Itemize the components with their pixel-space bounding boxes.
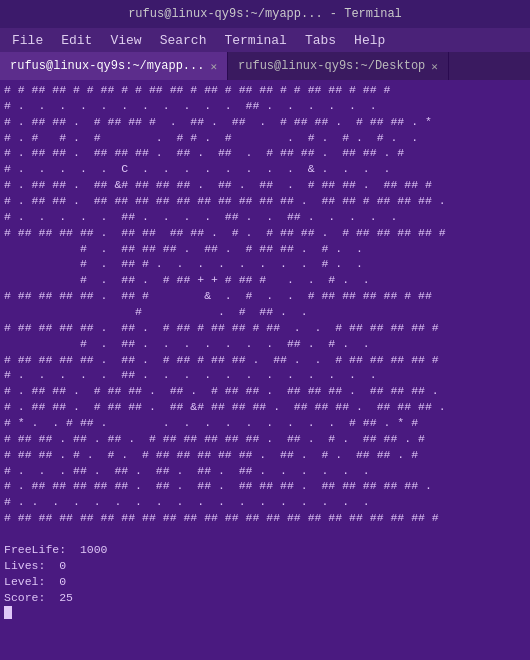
- menu-edit[interactable]: Edit: [53, 31, 100, 50]
- menu-view[interactable]: View: [102, 31, 149, 50]
- terminal-output: # # ## ## # # ## # # ## ## # ## # ## ## …: [0, 80, 530, 660]
- tab-bar: rufus@linux-qy9s:~/myapp... ✕ rufus@linu…: [0, 52, 530, 80]
- tab-1[interactable]: rufus@linux-qy9s:~/Desktop ✕: [228, 52, 449, 80]
- title-text: rufus@linux-qy9s:~/myapp... - Terminal: [128, 7, 402, 21]
- terminal-cursor: [4, 606, 12, 619]
- tab-1-label: rufus@linux-qy9s:~/Desktop: [238, 59, 425, 73]
- menu-search[interactable]: Search: [152, 31, 215, 50]
- menu-bar: File Edit View Search Terminal Tabs Help: [0, 28, 530, 52]
- title-bar: rufus@linux-qy9s:~/myapp... - Terminal: [0, 0, 530, 28]
- menu-tabs[interactable]: Tabs: [297, 31, 344, 50]
- tab-1-close[interactable]: ✕: [431, 60, 438, 73]
- menu-file[interactable]: File: [4, 31, 51, 50]
- tab-0[interactable]: rufus@linux-qy9s:~/myapp... ✕: [0, 52, 228, 80]
- tab-0-label: rufus@linux-qy9s:~/myapp...: [10, 59, 204, 73]
- menu-terminal[interactable]: Terminal: [216, 31, 294, 50]
- menu-help[interactable]: Help: [346, 31, 393, 50]
- tab-0-close[interactable]: ✕: [210, 60, 217, 73]
